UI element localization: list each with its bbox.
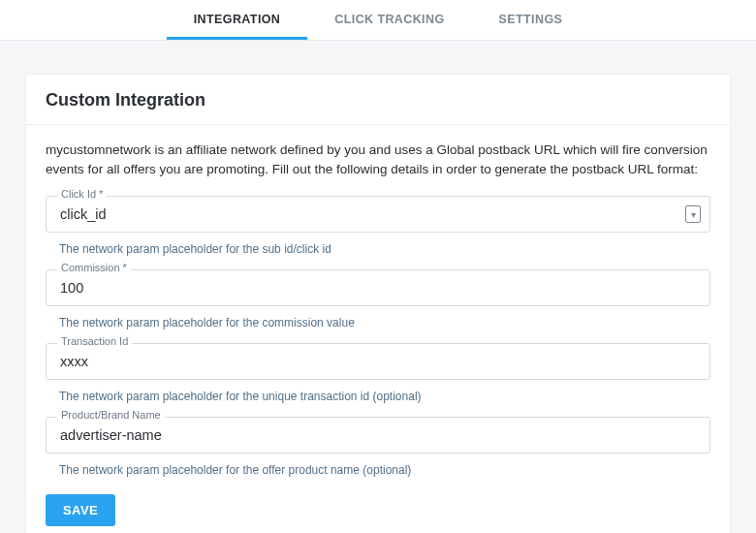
helper-click-id: The network param placeholder for the su… [46,236,710,269]
field-product-name: Product/Brand Name [46,417,710,454]
tab-bar: INTEGRATION CLICK TRACKING SETTINGS [0,0,756,41]
field-transaction-id: Transaction Id [46,343,710,380]
card-body: mycustomnetwork is an affiliate network … [26,125,730,533]
page-title: Custom Integration [46,90,710,110]
label-commission: Commission * [57,263,131,273]
label-transaction-id: Transaction Id [57,336,132,347]
input-click-id[interactable] [46,196,710,233]
field-click-id: Click Id * ▾ [46,196,710,233]
helper-product-name: The network param placeholder for the of… [46,457,710,490]
card-header: Custom Integration [26,75,730,125]
tab-settings[interactable]: SETTINGS [472,0,590,40]
label-product-name: Product/Brand Name [57,410,165,421]
input-product-name[interactable] [46,417,710,454]
input-commission[interactable] [46,269,710,306]
tab-integration[interactable]: INTEGRATION [167,0,308,40]
save-button[interactable]: SAVE [46,494,115,526]
integration-description: mycustomnetwork is an affiliate network … [46,141,710,178]
integration-card: Custom Integration mycustomnetwork is an… [25,74,731,533]
tab-click-tracking[interactable]: CLICK TRACKING [307,0,471,40]
field-commission: Commission * [46,269,710,306]
input-transaction-id[interactable] [46,343,710,380]
helper-commission: The network param placeholder for the co… [46,310,710,343]
label-click-id: Click Id * [57,189,107,200]
